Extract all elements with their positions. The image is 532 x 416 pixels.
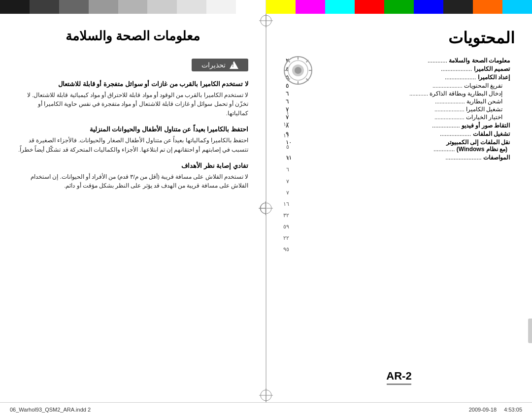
toc-sub-3-label: اشحن البطارية ................... xyxy=(435,98,502,105)
bottom-bar: 06_Warhol93_QSM2_ARA.indd 2 2009-09-18 4… xyxy=(0,402,532,416)
pg-22: ٢٢ xyxy=(283,232,289,244)
right-color-swatches xyxy=(266,0,532,14)
ar-label: AR-2 xyxy=(266,370,532,383)
ar-label-area: AR-2 xyxy=(266,370,532,385)
page-numbers-column: ١ ١٢ ١١ ٥ ٦ ٦ ٧ ٧ ١٦ ٣٢ ٥٩ ٢٢ ٩٥ xyxy=(283,107,289,255)
warning-triangle-icon xyxy=(230,61,238,69)
toc-sub-2-label: إدخال البطارية وبطاقة الذاكرة ..........… xyxy=(409,90,502,97)
warning-heading-2: احتفظ بالكاميرا بعيداً عن متناول الأطفال… xyxy=(17,126,248,133)
ar-underline xyxy=(387,384,411,385)
warning-header-area: تحذيرات xyxy=(17,59,248,80)
swatch-white xyxy=(236,0,266,14)
pg-12: ١٢ xyxy=(283,119,289,130)
swatch-green xyxy=(384,0,414,14)
pg-6b: ٦ xyxy=(283,164,289,175)
right-page-title: المحتويات xyxy=(283,29,515,47)
pg-5: ٥ xyxy=(283,141,289,153)
toc-item-1-label: معلومات الصحة والسلامة ............ xyxy=(428,57,510,64)
table-of-contents: معلومات الصحة والسلامة ............ ٢ تص… xyxy=(283,57,515,161)
toc-sub-2-page: ٦ xyxy=(286,90,289,97)
pg-6a: ٦ xyxy=(283,153,289,164)
toc-sub-1-label: تفريغ المحتويات ................... xyxy=(432,82,502,89)
crosshair-top-icon xyxy=(259,14,273,28)
toc-item-6-subtitle: (مع نظام Windows) ............. xyxy=(283,146,510,153)
right-page: المحتويات xyxy=(266,14,532,402)
toc-item-5-label: تشغيل الملفات ................... xyxy=(440,130,510,137)
swatch-light-gray xyxy=(147,0,177,14)
page-divider xyxy=(266,14,266,402)
warning-body-3: لا تستخدم الفلاش على مسافة قريبة (أقل من… xyxy=(17,172,248,191)
warning-label: تحذيرات xyxy=(201,61,226,69)
swatch-blue xyxy=(414,0,443,14)
toc-item-6-label: نقل الملفات إلى الكمبيوتر xyxy=(446,139,510,146)
pg-11: ١١ xyxy=(283,130,289,141)
left-page-title: معلومات الصحة والسلامة xyxy=(17,29,248,44)
warning-heading-1: لا تستخدم الكاميرا بالقرب من غازات أو سو… xyxy=(17,80,248,88)
svg-point-12 xyxy=(295,67,301,74)
swatch-very-light-gray xyxy=(177,0,206,14)
color-bar-top xyxy=(0,0,532,14)
pg-1: ١ xyxy=(283,107,289,119)
warning-body-1: لا تستخدم الكاميرا بالقرب من الوقود أو م… xyxy=(17,91,248,118)
footer-right: 2009-09-18 4:53:05 xyxy=(469,407,522,413)
swatch-near-white xyxy=(206,0,236,14)
swatch-red xyxy=(355,0,384,14)
swatch-yellow xyxy=(266,0,296,14)
swatch-cyan xyxy=(325,0,355,14)
footer-date: 2009-09-18 xyxy=(469,407,497,413)
crosshair-bottom-icon xyxy=(259,388,273,402)
toc-sub-3-page: ٦ xyxy=(286,98,289,105)
left-color-swatches xyxy=(0,0,266,14)
swatch-gray xyxy=(89,0,118,14)
swatch-dark xyxy=(443,0,473,14)
toc-item-2-label: تصميم الكاميرا ................... xyxy=(441,65,510,72)
footer-time: 4:53:05 xyxy=(504,407,522,413)
toc-item-7-label: المواصفات ...................... xyxy=(445,154,510,161)
warning-heading-3: تفادي إصابة نظر الأهداف xyxy=(17,162,248,169)
footer-left: 06_Warhol93_QSM2_ARA.indd 2 xyxy=(10,407,91,413)
swatch-magenta xyxy=(296,0,325,14)
swatch-mid-gray xyxy=(59,0,89,14)
left-page: معلومات الصحة والسلامة تحذيرات لا تستخدم… xyxy=(0,14,266,402)
pg-7a: ٧ xyxy=(283,176,289,187)
camera-icon xyxy=(283,56,313,85)
toc-item-3-label: إعداد الكاميرا ................... xyxy=(445,74,510,81)
swatch-orange xyxy=(473,0,502,14)
swatch-black xyxy=(0,0,30,14)
pg-32: ٣٢ xyxy=(283,210,289,221)
pg-7b: ٧ xyxy=(283,187,289,198)
warning-body-2: احتفظ بالكاميرا وكمالياتها بعيداً عن متن… xyxy=(17,136,248,154)
side-tab xyxy=(528,319,532,343)
warning-section-2: احتفظ بالكاميرا بعيداً عن متناول الأطفال… xyxy=(17,126,248,154)
warning-box: تحذيرات xyxy=(192,59,248,71)
pg-95: ٩٥ xyxy=(283,244,289,255)
swatch-dark-gray xyxy=(30,0,59,14)
toc-sub-4-label: تشغيل الكاميرا ................... xyxy=(434,106,502,113)
pg-59: ٥٩ xyxy=(283,221,289,232)
toc-sub-5-label: اختيار الخيارات ................... xyxy=(434,114,502,121)
warning-section-1: لا تستخدم الكاميرا بالقرب من غازات أو سو… xyxy=(17,80,248,118)
warning-section-3: تفادي إصابة نظر الأهداف لا تستخدم الفلاش… xyxy=(17,162,248,191)
pg-16: ١٦ xyxy=(283,198,289,210)
toc-item-4-label: التقاط صور أو فيديو ................. xyxy=(432,122,510,129)
swatch-sky-blue xyxy=(502,0,532,14)
swatch-light-gray2 xyxy=(118,0,148,14)
